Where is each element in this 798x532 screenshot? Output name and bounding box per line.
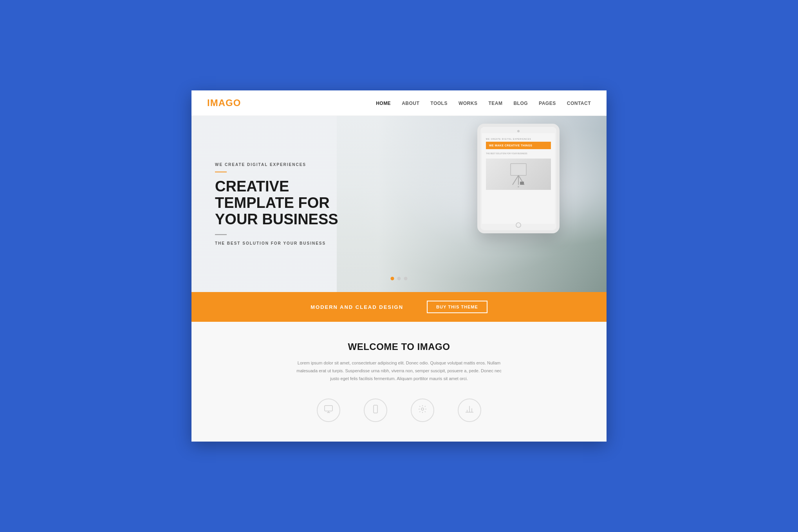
slider-dot-2[interactable] [397, 277, 401, 280]
tablet-slider-dot [518, 186, 519, 188]
slider-dot-3[interactable] [404, 277, 408, 280]
tablet-eyebrow: WE CREATE DIGITAL EXPERIENCES [486, 138, 551, 140]
logo-go: GO [226, 97, 241, 108]
phone-icon [371, 404, 380, 416]
svg-rect-5 [325, 406, 332, 411]
hero-title: CREATIVE TEMPLATE FOR YOUR BUSINESS [215, 179, 372, 228]
logo-ima: IMA [207, 97, 226, 108]
cta-text: MODERN AND CLEAD DESIGN [311, 304, 403, 310]
easel-icon [507, 161, 530, 188]
tablet-home-button [516, 222, 521, 228]
nav-link-tools[interactable]: TOOLS [430, 101, 448, 106]
welcome-body: Lorem ipsum dolor sit amet, consectetuer… [293, 359, 505, 382]
tablet-camera [517, 130, 520, 132]
tablet-image-area [486, 159, 551, 190]
nav-links: HOME ABOUT TOOLS WORKS TEAM BLOG PAGES C… [376, 99, 591, 106]
hero-subtitle: THE BEST SOLUTION FOR YOUR BUSINESS [215, 241, 372, 245]
svg-rect-8 [374, 405, 377, 413]
tablet-screen-content: WE CREATE DIGITAL EXPERIENCES WE MAKE CR… [482, 133, 555, 195]
nav-item-blog[interactable]: BLOG [513, 99, 528, 106]
hero-content: WE CREATE DIGITAL EXPERIENCES CREATIVE T… [215, 163, 372, 245]
tablet-banner: WE MAKE CREATIVE THINGS [486, 142, 551, 149]
logo[interactable]: IMAGO [207, 97, 241, 108]
feature-icon-settings [411, 399, 434, 422]
feature-chart [458, 399, 481, 426]
hero-section: WE CREATE DIGITAL EXPERIENCES CREATIVE T… [191, 116, 607, 292]
welcome-section: WELCOME TO IMAGO Lorem ipsum dolor sit a… [191, 322, 607, 441]
tablet-banner-text: WE MAKE CREATIVE THINGS [489, 144, 548, 147]
nav-item-about[interactable]: ABOUT [402, 99, 419, 106]
nav-link-contact[interactable]: CONTACT [567, 101, 591, 106]
nav-link-pages[interactable]: PAGES [539, 101, 556, 106]
slider-dot-1[interactable] [391, 277, 394, 280]
svg-line-1 [513, 175, 518, 185]
cta-banner: MODERN AND CLEAD DESIGN BUY THIS THEME [191, 292, 607, 322]
svg-point-10 [421, 408, 424, 410]
nav-link-team[interactable]: TEAM [488, 101, 502, 106]
nav-item-home[interactable]: HOME [376, 99, 391, 106]
welcome-title: WELCOME TO IMAGO [207, 341, 591, 352]
tablet-mockup: WE CREATE DIGITAL EXPERIENCES WE MAKE CR… [477, 124, 560, 233]
nav-link-about[interactable]: ABOUT [402, 101, 419, 106]
feature-settings [411, 399, 434, 426]
nav-link-blog[interactable]: BLOG [513, 101, 528, 106]
hero-divider [215, 172, 227, 173]
feature-phone [364, 399, 387, 426]
features-row [207, 399, 591, 426]
nav-link-home[interactable]: HOME [376, 101, 391, 106]
nav-link-works[interactable]: WORKS [459, 101, 478, 106]
tablet-screen: WE CREATE DIGITAL EXPERIENCES WE MAKE CR… [482, 133, 555, 224]
nav-item-tools[interactable]: TOOLS [430, 99, 448, 106]
settings-icon [418, 404, 427, 416]
nav-item-contact[interactable]: CONTACT [567, 99, 591, 106]
tablet-subtitle-text: THE BEST SOLUTION FOR YOUR BUSINESS [486, 152, 551, 155]
nav-item-team[interactable]: TEAM [488, 99, 502, 106]
navbar: IMAGO HOME ABOUT TOOLS WORKS TEAM BLOG P… [191, 90, 607, 116]
nav-item-works[interactable]: WORKS [459, 99, 478, 106]
svg-rect-4 [520, 182, 524, 185]
svg-rect-0 [511, 164, 526, 175]
hero-eyebrow: WE CREATE DIGITAL EXPERIENCES [215, 163, 372, 167]
browser-frame: IMAGO HOME ABOUT TOOLS WORKS TEAM BLOG P… [191, 90, 607, 441]
hero-divider2 [215, 234, 227, 235]
monitor-icon [324, 404, 333, 416]
feature-icon-chart [458, 399, 481, 422]
buy-theme-button[interactable]: BUY THIS THEME [427, 301, 487, 313]
feature-monitor [317, 399, 340, 426]
feature-icon-monitor [317, 399, 340, 422]
nav-item-pages[interactable]: PAGES [539, 99, 556, 106]
chart-icon [465, 404, 474, 416]
slider-dots [391, 277, 408, 280]
feature-icon-phone [364, 399, 387, 422]
